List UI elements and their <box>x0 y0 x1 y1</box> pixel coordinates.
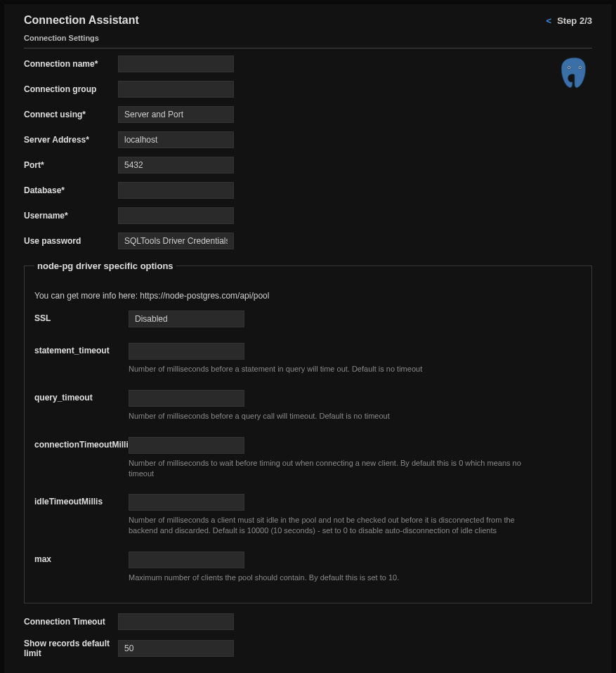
connect-using-label: Connect using* <box>24 110 118 119</box>
connect-using-select[interactable]: Server and Port <box>118 106 234 123</box>
svg-point-2 <box>568 67 570 68</box>
driver-info-text: You can get more info here: https://node… <box>34 291 582 301</box>
query-timeout-input[interactable] <box>129 390 244 407</box>
divider <box>24 48 592 48</box>
idle-timeout-millis-help: Number of milliseconds a client must sit… <box>129 515 522 536</box>
server-address-input[interactable] <box>118 131 234 148</box>
max-help: Maximum number of clients the pool shoul… <box>129 573 522 583</box>
subheader: Connection Settings <box>4 30 612 48</box>
svg-point-3 <box>579 67 581 68</box>
step-nav: < Step 2/3 <box>546 15 592 26</box>
ssl-label: SSL <box>34 311 129 323</box>
database-label: Database* <box>24 185 118 195</box>
show-records-limit-label: Show records default limit <box>24 639 118 659</box>
username-input[interactable] <box>118 207 234 224</box>
show-records-limit-input[interactable] <box>118 640 234 657</box>
statement-timeout-input[interactable] <box>129 343 244 360</box>
port-label: Port* <box>24 160 118 170</box>
username-label: Username* <box>24 211 118 221</box>
driver-options-fieldset: node-pg driver specific options You can … <box>24 261 592 603</box>
connection-timeout-millis-input[interactable] <box>129 437 244 454</box>
step-label: Step 2/3 <box>557 15 592 26</box>
postgresql-logo-icon <box>557 55 592 93</box>
connection-timeout-millis-help: Number of milliseconds to wait before ti… <box>129 458 522 479</box>
connection-name-label: Connection name* <box>24 59 118 69</box>
connection-timeout-input[interactable] <box>118 613 234 630</box>
statement-timeout-help: Number of milliseconds before a statemen… <box>129 364 522 374</box>
query-timeout-help: Number of milliseconds before a query ca… <box>129 411 522 422</box>
port-input[interactable] <box>118 157 234 174</box>
query-timeout-label: query_timeout <box>34 390 129 403</box>
max-input[interactable] <box>129 551 244 568</box>
use-password-select[interactable]: SQLTools Driver Credentials <box>118 233 234 249</box>
use-password-label: Use password <box>24 236 118 246</box>
back-arrow-icon[interactable]: < <box>546 15 552 26</box>
idle-timeout-millis-label: idleTimeoutMillis <box>34 494 129 507</box>
idle-timeout-millis-input[interactable] <box>129 494 244 511</box>
database-input[interactable] <box>118 182 234 199</box>
statement-timeout-label: statement_timeout <box>34 343 129 355</box>
connection-group-input[interactable] <box>118 81 234 98</box>
connection-name-input[interactable] <box>118 55 234 72</box>
ssl-select[interactable]: Disabled <box>129 311 244 327</box>
server-address-label: Server Address* <box>24 135 118 145</box>
connection-timeout-millis-label: connectionTimeoutMillis <box>34 437 129 450</box>
max-label: max <box>34 551 129 564</box>
page-title: Connection Assistant <box>24 14 139 27</box>
connection-group-label: Connection group <box>24 84 118 94</box>
header: Connection Assistant < Step 2/3 <box>4 14 612 30</box>
driver-options-legend: node-pg driver specific options <box>34 261 176 271</box>
connection-timeout-label: Connection Timeout <box>24 617 118 627</box>
